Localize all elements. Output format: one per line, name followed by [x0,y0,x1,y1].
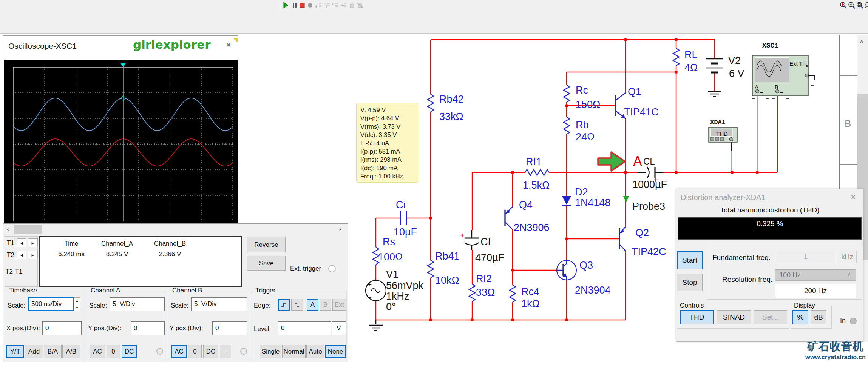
resolution-freq-dropdown[interactable]: 100 Hz [775,269,856,281]
readout-channel-a-value: 8.245 V [91,251,144,258]
q4-value: 2N3906 [514,222,550,233]
channel-a-scale-field[interactable]: 5 V/Div [110,297,165,311]
breakpoint-ignore-hand-icon[interactable] [356,1,364,9]
t2-t1-label: T2-T1 [5,268,22,275]
t2-label: T2 [7,251,14,259]
ext-trigger-label: Ext. trigger [290,265,321,272]
scope-horizontal-scrollbar[interactable] [4,225,348,234]
channel-b-0-button[interactable]: 0 [188,345,202,358]
probe-measurement-tooltip: V: 4.59 V V(p-p): 4.64 V V(rms): 3.73 V … [356,103,418,183]
mode-ba-button[interactable]: B/A [44,345,62,358]
trigger-auto-button[interactable]: Auto [306,345,324,358]
zoom-out-icon[interactable] [848,1,856,9]
analyzer-in-led [850,318,857,324]
channel-b-ac-button[interactable]: AC [171,345,187,358]
readout-time-value: 6.240 ms [51,251,92,258]
channel-a-ac-button[interactable]: AC [90,345,105,358]
t1-left-button[interactable]: ◄ [17,238,26,247]
zoom-in-icon[interactable] [839,1,848,9]
channel-b-scale-field[interactable]: 5 V/Div [191,297,247,311]
save-button[interactable]: Save [247,256,286,271]
timebase-xpos-field[interactable]: 0 [42,321,82,335]
probe-vdc: V(dc): 3.35 V [360,131,418,139]
q2-value: TIP42C [632,246,666,257]
scroll-right-icon[interactable]: › [339,226,341,232]
probe3-label: Probe3 [632,201,665,212]
trigger-source-ext-button[interactable]: Ext [332,299,346,311]
trigger-normal-button[interactable]: Normal [282,345,306,358]
mode-yt-button[interactable]: Y/T [6,345,24,358]
zoom-fit-icon[interactable] [863,1,868,9]
trigger-source-a-button[interactable]: A [307,299,318,311]
stop-button[interactable]: Stop [677,274,703,291]
timebase-scale-label: Scale: [8,302,25,309]
record-icon[interactable] [306,1,314,9]
scroll-left-icon[interactable]: ‹ [7,226,9,232]
dropdown-chevron-icon[interactable]: ∨ [847,271,851,277]
channel-b-ypos-field[interactable]: 0 [212,321,247,335]
t2-right-button[interactable]: ► [28,251,38,259]
rc4-value: 1kΩ [521,298,540,309]
side-panel-divider [840,75,857,76]
timebase-scale-field[interactable]: 500 us/Div [28,297,74,311]
t1-right-button[interactable]: ► [28,238,38,247]
toolbar-divider [280,1,280,10]
breakpoint-pause-hand-icon[interactable] [348,1,356,9]
step-out-icon[interactable] [331,1,339,9]
percent-button[interactable]: % [792,310,808,324]
step-over-icon[interactable] [323,1,331,9]
mode-add-button[interactable]: Add [25,345,43,358]
d2-value: 1N4148 [575,197,611,208]
v2-ref: V2 [728,55,741,66]
scope-scrollbar-thumb[interactable] [14,225,42,234]
probe-idc: I(dc): 190 mA [360,164,418,172]
trigger-level-field[interactable]: 0 [278,321,331,335]
reverse-button[interactable]: Reverse [247,237,286,252]
resolution-freq-label: Resolution freq. [722,275,772,284]
sinad-button[interactable]: SINAD [717,310,751,324]
side-panel-divider [840,164,857,165]
pause-simulation-icon[interactable] [290,1,299,9]
readout-col-channel-a: Channel_A [91,240,144,248]
mode-ab-button[interactable]: A/B [62,345,80,358]
set-button[interactable]: Set... [754,310,787,324]
channel-a-dc-button[interactable]: DC [122,345,137,358]
db-button[interactable]: dB [811,310,826,324]
v2-value: 6 V [729,68,744,79]
thd-button[interactable]: THD [680,310,714,324]
q4-ref: Q4 [519,199,533,211]
timebase-spinner-up[interactable]: ▲ [74,297,80,304]
channel-b-minus-button[interactable]: - [220,345,231,358]
timebase-spinner-down[interactable]: ▼ [74,304,80,311]
analyzer-title: Distortion analyzer-XDA1 [681,193,766,202]
channel-a-0-button[interactable]: 0 [107,345,120,358]
zoom-area-icon[interactable] [856,1,864,9]
step-into-icon[interactable] [314,1,323,9]
cf-value: 470µF [475,252,504,263]
analyzer-close-icon[interactable]: × [851,192,856,202]
stop-simulation-icon[interactable] [298,1,306,9]
rb41-value: 10kΩ [435,275,459,286]
fundamental-freq-field[interactable]: 1 [775,251,836,263]
scrollbar-up-icon[interactable]: ∧ [860,38,863,44]
close-icon[interactable]: × [226,40,231,50]
rc-ref: Rc [576,85,588,96]
probe-v: V: 4.59 V [360,106,418,114]
acl-a-label: A [633,154,642,169]
run-to-cursor-icon[interactable] [339,1,348,9]
channel-a-ypos-label: Y pos.(Div): [88,324,122,332]
resolution-freq-value: 200 Hz [775,284,856,298]
trigger-rising-edge-button[interactable] [278,299,290,311]
t2-left-button[interactable]: ◄ [17,251,26,259]
probe-freq: Freq.: 1.00 kHz [360,172,418,180]
trigger-single-button[interactable]: Single [260,345,281,358]
trigger-none-button[interactable]: None [325,345,346,358]
rf2-ref: Rf2 [476,273,492,284]
start-button[interactable]: Start [677,251,703,269]
run-simulation-icon[interactable] [281,1,290,9]
trigger-falling-edge-button[interactable] [291,299,303,311]
channel-b-dc-button[interactable]: DC [203,345,218,358]
channel-a-ypos-field[interactable]: 0 [131,321,165,335]
probe-i: I: -55.4 uA [360,139,418,147]
trigger-source-b-button[interactable]: B [320,299,331,311]
